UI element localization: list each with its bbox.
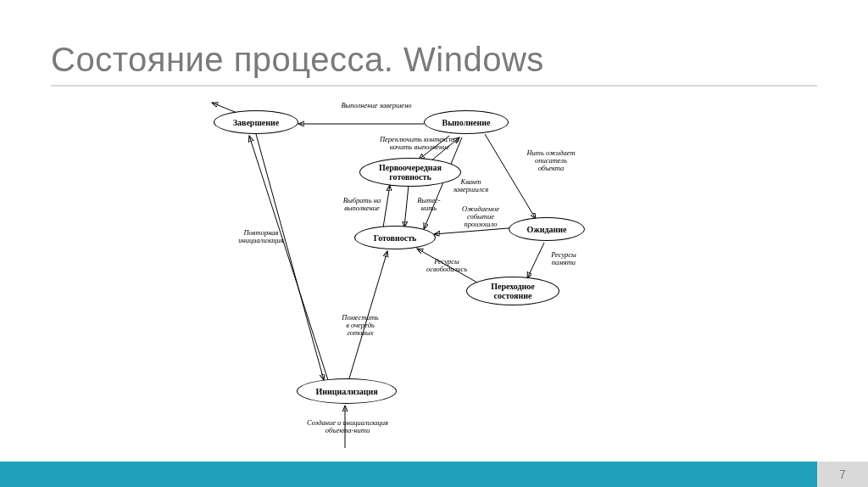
footer-bar <box>0 462 868 487</box>
label-res-mem: Ресурсы памяти <box>542 251 585 266</box>
state-diagram: Завершение Выполнение Первоочередная гот… <box>197 100 671 456</box>
label-thread-wait: Нить ожидает описатель объекта <box>517 149 585 172</box>
page-number: 7 <box>817 462 868 487</box>
node-waiting: Ожидание <box>509 217 585 241</box>
svg-line-6 <box>404 185 409 227</box>
label-exec-done: Выполнение завершено <box>334 102 419 109</box>
node-transition: Переходное состояние <box>466 277 559 305</box>
label-quantum: Квант завершился <box>448 178 494 193</box>
label-switch-ctx: Переключить контекст и начать выполнение <box>373 136 466 151</box>
node-init: Инициализация <box>297 378 397 404</box>
label-preempt: Вытес- нить <box>412 197 446 212</box>
node-terminate: Завершение <box>214 110 298 134</box>
node-ready: Готовность <box>354 226 436 249</box>
svg-line-9 <box>434 227 519 234</box>
label-event-done: Ожидаемое событие произошло <box>451 205 510 228</box>
diagram-edges <box>197 100 671 456</box>
slide: Состояние процесса. Windows <box>0 0 868 487</box>
node-running: Выполнение <box>424 110 509 134</box>
svg-line-10 <box>527 243 544 278</box>
slide-title: Состояние процесса. Windows <box>51 41 544 79</box>
label-reinit: Повторная инициализация <box>227 229 295 244</box>
svg-line-2 <box>256 134 324 380</box>
node-top-ready: Первоочередная готовность <box>359 158 461 187</box>
label-res-freed: Ресурсы освободились <box>417 258 476 273</box>
label-enqueue: Поместить в очередь готовых <box>331 314 390 337</box>
svg-line-14 <box>249 136 328 380</box>
label-create: Создание и инициализация объекта-нити <box>288 419 407 434</box>
label-pick-exec: Выбрать на выполнение <box>332 197 392 212</box>
title-underline <box>51 85 817 87</box>
